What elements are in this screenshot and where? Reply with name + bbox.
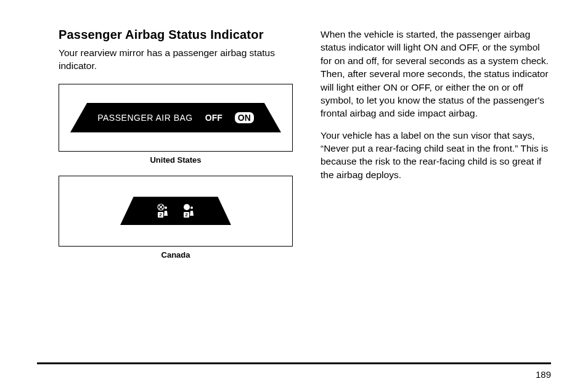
figure-us-caption: United States <box>59 155 293 165</box>
svg-text:2: 2 <box>159 212 162 218</box>
airbag-on-icon: 2 <box>181 203 196 218</box>
content-columns: Passenger Airbag Status Indicator Your r… <box>59 28 551 271</box>
indicator-us-off: OFF <box>205 113 223 123</box>
indicator-ca: 2 2 <box>120 197 231 225</box>
footer-rule <box>37 362 551 364</box>
svg-text:2: 2 <box>185 212 188 218</box>
indicator-us-label: PASSENGER AIR BAG <box>97 113 193 123</box>
section-heading: Passenger Airbag Status Indicator <box>59 28 293 42</box>
airbag-off-icon: 2 <box>155 203 170 218</box>
page-number: 189 <box>536 369 551 380</box>
left-column: Passenger Airbag Status Indicator Your r… <box>59 28 293 271</box>
svg-point-6 <box>184 204 190 210</box>
indicator-us-on: ON <box>235 112 254 123</box>
svg-point-7 <box>190 206 193 209</box>
figure-us-box: PASSENGER AIR BAG OFF ON <box>59 84 293 152</box>
figure-ca-box: 2 2 <box>59 176 293 247</box>
body-para-1: When the vehicle is started, the passeng… <box>321 28 551 120</box>
svg-point-3 <box>165 206 167 209</box>
right-column: When the vehicle is started, the passeng… <box>321 28 551 271</box>
intro-text: Your rearview mirror has a passenger air… <box>59 47 293 73</box>
body-para-2: Your vehicle has a label on the sun viso… <box>321 129 551 182</box>
figure-ca-caption: Canada <box>59 250 293 259</box>
indicator-us: PASSENGER AIR BAG OFF ON <box>70 103 281 133</box>
